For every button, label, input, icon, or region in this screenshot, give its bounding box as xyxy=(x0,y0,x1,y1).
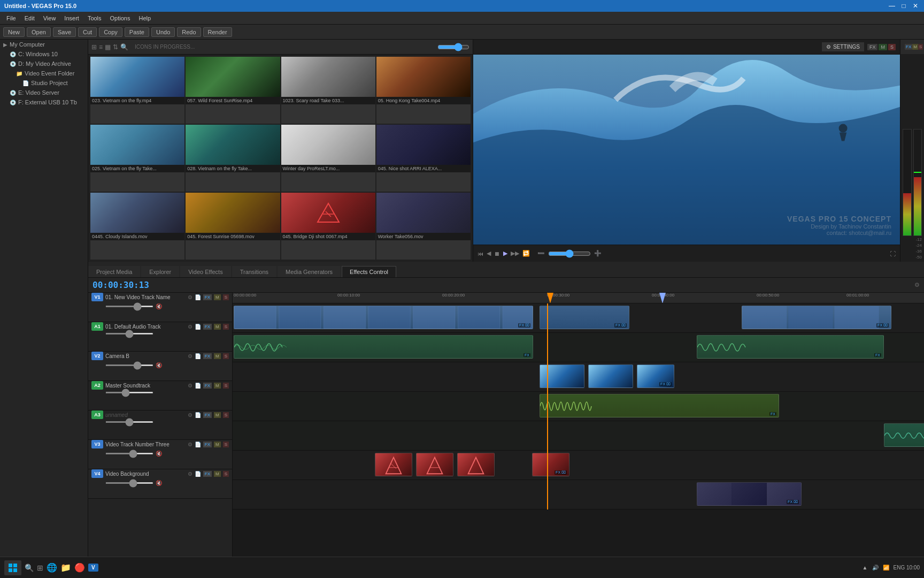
track-volume-v2[interactable] xyxy=(105,364,153,366)
track-settings-icon[interactable]: ⚙ xyxy=(188,383,192,389)
preview-zoom-slider[interactable] xyxy=(548,249,591,258)
minimize-button[interactable]: — xyxy=(888,2,896,10)
track-s-btn[interactable]: S xyxy=(223,324,229,330)
track-s-btn[interactable]: S xyxy=(223,442,229,447)
fullscreen-icon[interactable]: ⛶ xyxy=(890,250,896,257)
media-item[interactable]: 045. Bridge Dji shot 0067.mp4 xyxy=(281,193,375,260)
tree-item-studioproject[interactable]: 📄 Studio Project xyxy=(0,78,88,88)
track-m-btn[interactable]: M xyxy=(214,353,221,359)
media-item[interactable]: 045. Forest Sunrise 05698.mov xyxy=(186,193,280,260)
tree-item-videoserver[interactable]: 💿 E: Video Server xyxy=(0,88,88,97)
stop-icon[interactable]: ⏹ xyxy=(494,250,500,257)
audio-clip-2[interactable]: FX xyxy=(697,335,884,359)
track-volume-v4[interactable] xyxy=(105,482,153,484)
zoom-in-icon[interactable]: ➕ xyxy=(594,250,602,257)
a3-clip[interactable]: FX xyxy=(884,423,924,447)
explorer-icon[interactable]: 📁 xyxy=(60,562,71,573)
maximize-button[interactable]: □ xyxy=(899,2,908,10)
track-volume-a3[interactable] xyxy=(105,421,153,423)
track-s-btn[interactable]: S xyxy=(223,294,229,300)
close-button[interactable]: ✕ xyxy=(911,2,920,10)
media-item[interactable]: 1023. Scary road Take 033... xyxy=(281,57,375,124)
master-m-button[interactable]: M xyxy=(912,44,918,50)
render-button[interactable]: Render xyxy=(203,27,232,37)
audio-clip[interactable]: FX xyxy=(234,335,533,359)
track-fx-btn[interactable]: FX xyxy=(203,353,212,359)
media-item[interactable]: 025. Vietnam on the fly Take... xyxy=(90,125,184,192)
track-fx-btn[interactable]: FX xyxy=(203,324,212,330)
track-s-btn[interactable]: S xyxy=(223,412,229,418)
track-s-btn[interactable]: S xyxy=(223,353,229,359)
play-icon[interactable]: ▶ xyxy=(503,250,507,257)
app-icon-vegas[interactable]: V xyxy=(88,564,98,572)
camera-b-clip-1[interactable] xyxy=(540,364,584,388)
tab-effects-control[interactable]: Effects Control xyxy=(342,266,396,277)
paste-button[interactable]: Paste xyxy=(125,27,149,37)
camera-b-clip-3[interactable]: FX ⌧ xyxy=(637,364,674,388)
track-m-btn[interactable]: M xyxy=(214,383,221,389)
track-fx-btn[interactable]: FX xyxy=(203,383,212,389)
background-clip[interactable]: FX ⌧ xyxy=(697,482,802,506)
track-m-btn[interactable]: M xyxy=(214,442,221,447)
open-button[interactable]: Open xyxy=(27,27,51,37)
detail-view-icon[interactable]: ▦ xyxy=(105,43,111,51)
track-settings-icon[interactable]: ⚙ xyxy=(188,471,192,477)
track-s-btn[interactable]: S xyxy=(223,383,229,389)
tab-explorer[interactable]: Explorer xyxy=(141,266,179,277)
loop-icon[interactable]: 🔁 xyxy=(522,250,530,257)
track-settings-icon[interactable]: ⚙ xyxy=(188,412,192,418)
track-volume-v3[interactable] xyxy=(105,453,153,454)
start-button[interactable] xyxy=(4,560,21,575)
master-audio-clip[interactable]: FX xyxy=(540,394,779,417)
tab-project-media[interactable]: Project Media xyxy=(88,266,140,277)
tree-item-videoeventfolder[interactable]: 📁 Video Event Folder xyxy=(0,69,88,78)
track-fx-btn[interactable]: FX xyxy=(203,471,212,477)
m-toggle[interactable]: M xyxy=(879,44,887,50)
track-volume-a2[interactable] xyxy=(105,392,153,393)
track-settings-icon[interactable]: ⚙ xyxy=(188,353,192,359)
track-fx-btn[interactable]: FX xyxy=(203,442,212,447)
grid-view-icon[interactable]: ⊞ xyxy=(91,43,97,51)
media-item[interactable]: 028. Vietnam on the fly Take... xyxy=(186,125,280,192)
settings-button[interactable]: ⚙ SETTINGS xyxy=(822,42,864,51)
video-clip-2[interactable]: FX ⌧ xyxy=(540,306,629,329)
menu-options[interactable]: Options xyxy=(106,14,135,22)
track-settings-icon[interactable]: ⚙ xyxy=(188,324,192,330)
menu-help[interactable]: Help xyxy=(134,14,155,22)
track-s-btn[interactable]: S xyxy=(223,471,229,477)
tree-item-externalusb[interactable]: 💿 F: External USB 10 Tb xyxy=(0,97,88,107)
track-mute-icon[interactable]: 🔇 xyxy=(156,303,162,309)
filter-icon[interactable]: 🔍 xyxy=(120,43,128,51)
tree-item-mycomputer[interactable]: ▶ My Computer xyxy=(0,40,88,49)
app-icon-1[interactable]: 🔴 xyxy=(74,562,85,573)
media-item[interactable]: 023. Vietnam on the fly.mp4 xyxy=(90,57,184,124)
menu-insert[interactable]: Insert xyxy=(60,14,83,22)
new-button[interactable]: New xyxy=(3,27,25,37)
track-volume-a1[interactable] xyxy=(105,333,153,334)
track-fx-btn[interactable]: FX xyxy=(203,412,212,418)
network-icon[interactable]: 📶 xyxy=(883,565,889,571)
menu-tools[interactable]: Tools xyxy=(83,14,106,22)
media-item[interactable]: 045. Nice shot ARRI ALEXA... xyxy=(376,125,471,192)
media-item[interactable]: Winter day ProResLT.mo... xyxy=(281,125,375,192)
media-item[interactable]: 057. Wild Forest SunRise.mp4 xyxy=(186,57,280,124)
edge-icon[interactable]: 🌐 xyxy=(47,562,57,573)
bridge-clip-1[interactable] xyxy=(375,453,412,476)
bridge-clip-3[interactable] xyxy=(457,453,495,476)
cut-button[interactable]: Cut xyxy=(78,27,97,37)
track-volume-v1[interactable] xyxy=(105,306,153,307)
s-toggle[interactable]: S xyxy=(888,44,896,50)
tab-video-effects[interactable]: Video Effects xyxy=(180,266,230,277)
track-mute-icon[interactable]: 🔇 xyxy=(156,362,162,368)
tab-transitions[interactable]: Transitions xyxy=(232,266,276,277)
track-fx-btn[interactable]: FX xyxy=(203,294,212,300)
media-item[interactable]: 05. Hong Kong Take004.mp4 xyxy=(376,57,471,124)
tree-item-videoarchive[interactable]: 💿 D: My Video Archive xyxy=(0,59,88,69)
tree-item-windows[interactable]: 💿 C: Windows 10 xyxy=(0,49,88,59)
master-fx-button[interactable]: FX xyxy=(905,44,912,50)
undo-button[interactable]: Undo xyxy=(151,27,175,37)
track-settings-icon[interactable]: ⚙ xyxy=(188,294,192,300)
list-view-icon[interactable]: ≡ xyxy=(99,43,103,51)
bridge-clip-2[interactable] xyxy=(416,453,453,476)
timeline-settings-icon[interactable]: ⚙ xyxy=(914,282,920,288)
